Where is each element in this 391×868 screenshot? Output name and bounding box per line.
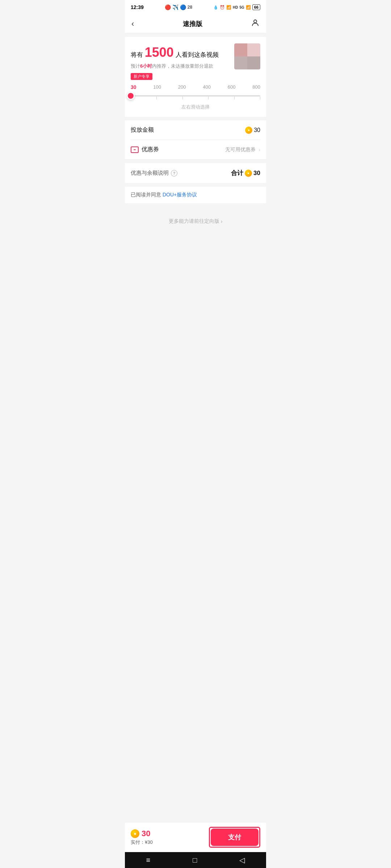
summary-total: 合计 ● 30 — [231, 169, 260, 177]
invest-amount-row: 投放金额 ● 30 — [131, 120, 260, 140]
slider-hint: 左右滑动选择 — [131, 104, 260, 110]
invest-amount-value: ● 30 — [245, 127, 260, 134]
coin-icon-invest: ● — [245, 127, 252, 134]
coupon-label: 优惠券 — [142, 146, 159, 153]
slider-label-2: 200 — [178, 84, 186, 90]
more-link[interactable]: 更多能力请前往定向版 › — [169, 218, 223, 225]
coupon-area: 优惠券 — [131, 146, 159, 153]
svg-point-0 — [254, 20, 257, 23]
promo-prefix: 将有 — [131, 51, 143, 58]
page-title: 速推版 — [183, 20, 202, 28]
slider-labels: 30 100 200 400 600 800 — [131, 84, 260, 90]
app-icon-3: 🔵 — [180, 4, 186, 10]
divider-1 — [125, 159, 266, 159]
row-section: 投放金额 ● 30 优惠券 无可用优惠券 › — [125, 120, 266, 159]
header: ‹ 速推版 — [125, 14, 266, 33]
promo-suffix: 人看到这条视频 — [176, 51, 219, 58]
slider-section: 30 100 200 400 600 800 左右滑动选择 — [131, 84, 260, 110]
app-icon-1: 🔴 — [165, 4, 171, 10]
slider-track-container[interactable] — [131, 92, 260, 100]
water-drop-icon: 💧 — [213, 5, 218, 10]
more-link-chevron: › — [221, 218, 223, 224]
more-link-text: 更多能力请前往定向版 — [169, 218, 219, 225]
profile-button[interactable] — [251, 18, 260, 29]
battery-icon: 66 — [252, 4, 260, 10]
summary-row: 优惠与余额说明 ? 合计 ● 30 — [131, 169, 260, 177]
slider-thumb[interactable] — [127, 92, 135, 100]
summary-total-label: 合计 — [231, 169, 243, 177]
promo-left: 将有 1500 人看到这条视频 预计6小时内推荐，未达播放量部分退款 新户专享 — [131, 43, 230, 82]
status-bar: 12:39 🔴 ✈️ 🔵 28 💧 ⏰ 📶 HD 5G 📶 66 — [125, 0, 266, 14]
subtitle-rest: 内推荐，未达播放量部分退款 — [152, 63, 213, 69]
agreement-link[interactable]: DOU+服务协议 — [163, 192, 197, 197]
coupon-row[interactable]: 优惠券 无可用优惠券 › — [131, 140, 260, 159]
app-icon-2: ✈️ — [172, 4, 178, 10]
5g-icon: 5G — [239, 5, 244, 9]
coin-icon-summary: ● — [245, 170, 252, 177]
slider-label-4: 600 — [228, 84, 236, 90]
slider-label-3: 400 — [203, 84, 211, 90]
slider-label-1: 100 — [153, 84, 161, 90]
app-icon-4: 28 — [188, 5, 192, 10]
promo-number: 1500 — [145, 45, 174, 60]
summary-total-amount: 30 — [253, 170, 260, 177]
new-user-badge: 新户专享 — [131, 73, 152, 80]
subtitle-prefix: 预计 — [131, 63, 140, 69]
status-app-icons: 🔴 ✈️ 🔵 28 — [165, 4, 192, 10]
slider-label-0: 30 — [131, 84, 136, 90]
summary-section: 优惠与余额说明 ? 合计 ● 30 — [125, 163, 266, 183]
agreement-prefix: 已阅读并同意 — [131, 192, 163, 197]
promo-section: 将有 1500 人看到这条视频 预计6小时内推荐，未达播放量部分退款 新户专享 — [131, 43, 260, 82]
help-icon[interactable]: ? — [171, 170, 177, 176]
promo-thumbnail — [234, 43, 260, 69]
chevron-right-icon: › — [258, 147, 260, 153]
promo-subtitle: 预计6小时内推荐，未达播放量部分退款 — [131, 63, 230, 69]
alarm-icon: ⏰ — [220, 5, 225, 10]
coupon-no-available: 无可用优惠券 — [225, 146, 256, 153]
invest-amount-number: 30 — [254, 127, 260, 133]
slider-label-5: 800 — [252, 84, 260, 90]
bottom-spacer — [125, 232, 266, 268]
coupon-value[interactable]: 无可用优惠券 › — [225, 146, 260, 153]
summary-label: 优惠与余额说明 ? — [131, 170, 177, 176]
invest-amount-label: 投放金额 — [131, 126, 154, 134]
promo-title: 将有 1500 人看到这条视频 — [131, 43, 230, 61]
subtitle-highlight: 6小时 — [140, 63, 152, 69]
coupon-icon — [131, 146, 139, 153]
agreement-section: 已阅读并同意 DOU+服务协议 — [125, 187, 266, 203]
signal-icon: 📶 — [246, 5, 251, 10]
summary-label-text: 优惠与余额说明 — [131, 170, 169, 176]
status-time: 12:39 — [131, 4, 144, 10]
more-link-section: 更多能力请前往定向版 › — [125, 203, 266, 232]
slider-track[interactable] — [131, 95, 260, 97]
status-right-icons: 💧 ⏰ 📶 HD 5G 📶 66 — [213, 4, 260, 10]
promo-card: 将有 1500 人看到这条视频 预计6小时内推荐，未达播放量部分退款 新户专享 … — [125, 37, 266, 117]
hd-icon: HD — [233, 5, 238, 9]
wifi-icon: 📶 — [226, 5, 231, 10]
back-button[interactable]: ‹ — [131, 19, 134, 29]
